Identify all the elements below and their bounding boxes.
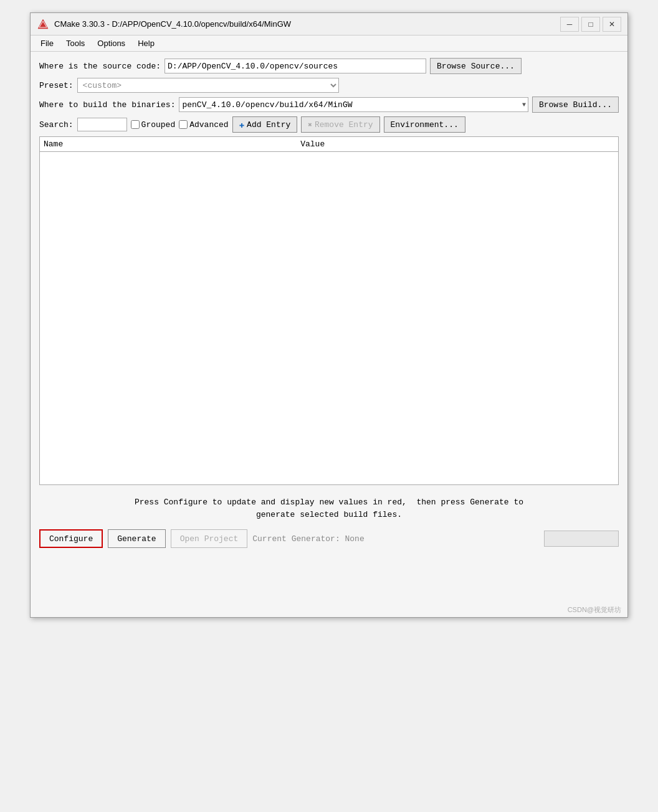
window-title: CMake 3.30.3 - D:/APP/OpenCV_4.10.0/open… — [54, 19, 291, 29]
grouped-checkbox-label[interactable]: Grouped — [131, 120, 176, 130]
menu-help[interactable]: Help — [131, 37, 161, 50]
table-header: Name Value — [40, 137, 618, 152]
build-select-wrapper: ▼ — [179, 97, 528, 112]
advanced-checkbox-label[interactable]: Advanced — [179, 120, 228, 130]
toolbar-row: Search: Grouped Advanced ✚ Add Entry ✖ R… — [39, 116, 619, 133]
add-entry-label: Add Entry — [247, 120, 290, 130]
title-bar: CMake 3.30.3 - D:/APP/OpenCV_4.10.0/open… — [31, 13, 627, 35]
bottom-bar: Configure Generate Open Project Current … — [31, 526, 627, 554]
plus-icon: ✚ — [239, 120, 244, 130]
maximize-button[interactable]: □ — [581, 17, 600, 32]
source-row: Where is the source code: Browse Source.… — [39, 58, 619, 74]
search-input[interactable] — [77, 118, 127, 131]
preset-select[interactable]: <custom> — [77, 78, 339, 93]
browse-source-button[interactable]: Browse Source... — [430, 58, 522, 74]
environment-button[interactable]: Environment... — [384, 116, 465, 133]
build-input[interactable] — [179, 97, 528, 112]
column-value-header: Value — [300, 139, 614, 149]
grouped-label-text: Grouped — [141, 120, 176, 130]
generate-button[interactable]: Generate — [108, 529, 165, 548]
content-area: Where is the source code: Browse Source.… — [31, 52, 627, 491]
x-icon: ✖ — [308, 121, 312, 129]
preset-row: Preset: <custom> — [39, 78, 619, 93]
main-window: CMake 3.30.3 - D:/APP/OpenCV_4.10.0/open… — [30, 12, 628, 618]
column-name-header: Name — [44, 139, 300, 149]
menu-file[interactable]: File — [34, 37, 60, 50]
build-label: Where to build the binaries: — [39, 100, 175, 110]
configure-button[interactable]: Configure — [39, 529, 103, 548]
menu-bar: File Tools Options Help — [31, 35, 627, 52]
entries-table: Name Value — [39, 136, 619, 485]
add-entry-button[interactable]: ✚ Add Entry — [232, 116, 298, 133]
status-bar: Press Configure to update and display ne… — [31, 491, 627, 526]
app-icon — [37, 18, 49, 31]
browse-build-button[interactable]: Browse Build... — [532, 97, 619, 113]
remove-entry-label: Remove Entry — [315, 120, 373, 130]
open-project-button: Open Project — [171, 529, 248, 548]
grouped-checkbox[interactable] — [131, 120, 140, 129]
footer-empty — [31, 554, 627, 604]
close-button[interactable]: ✕ — [603, 17, 621, 32]
search-label: Search: — [39, 120, 74, 130]
advanced-checkbox[interactable] — [179, 120, 188, 129]
menu-tools[interactable]: Tools — [60, 37, 91, 50]
preset-select-wrapper: <custom> — [77, 78, 339, 93]
status-text: Press Configure to update and display ne… — [135, 498, 523, 519]
remove-entry-button[interactable]: ✖ Remove Entry — [301, 116, 379, 133]
progress-bar — [544, 531, 619, 547]
table-body — [40, 152, 618, 484]
advanced-label-text: Advanced — [189, 120, 228, 130]
source-label: Where is the source code: — [39, 62, 161, 71]
menu-options[interactable]: Options — [91, 37, 131, 50]
source-input[interactable] — [164, 59, 426, 73]
build-row: Where to build the binaries: ▼ Browse Bu… — [39, 97, 619, 113]
minimize-button[interactable]: ─ — [560, 17, 579, 32]
title-bar-controls: ─ □ ✕ — [560, 17, 621, 32]
watermark: CSDN@视觉研坊 — [31, 604, 627, 617]
current-generator-label: Current Generator: None — [252, 534, 539, 544]
preset-label: Preset: — [39, 81, 74, 90]
title-bar-left: CMake 3.30.3 - D:/APP/OpenCV_4.10.0/open… — [37, 18, 291, 31]
